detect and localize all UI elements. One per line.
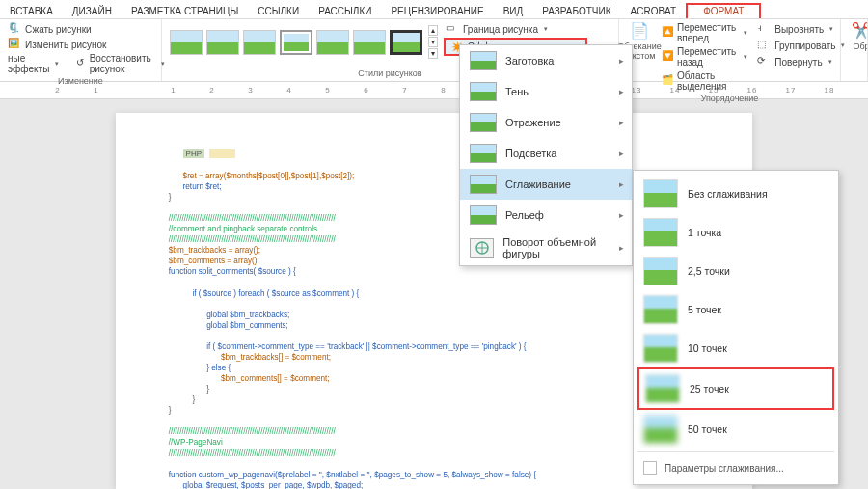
align-label: Выровнять — [774, 24, 824, 35]
crop-label: Обр — [853, 41, 868, 51]
chevron-right-icon: ▸ — [619, 179, 624, 189]
soft-5[interactable]: 5 точек — [637, 290, 834, 329]
soft-1[interactable]: 1 точка — [637, 213, 834, 252]
menu-bevel[interactable]: Рельеф▸ — [460, 200, 632, 231]
tab-view[interactable]: ВИД — [494, 3, 533, 18]
soft-label: Без сглаживания — [688, 188, 768, 200]
rotate-button[interactable]: ⟳Повернуть▾ — [755, 54, 847, 69]
restore-button[interactable]: ↺Восстановить рисунок▾ — [74, 52, 167, 75]
options-icon — [643, 461, 657, 475]
chevron-down-icon: ▾ — [828, 58, 832, 66]
bring-forward-button[interactable]: 🔼Переместить вперед▾ — [660, 21, 749, 44]
compress-button[interactable]: 🗜️Сжать рисунки — [6, 21, 155, 37]
soft-none[interactable]: Без сглаживания — [637, 175, 834, 213]
send-backward-button[interactable]: 🔽Переместить назад▾ — [660, 45, 749, 68]
align-icon: ⫞ — [757, 22, 771, 36]
soft-label: 25 точек — [690, 383, 729, 394]
gallery-up-icon[interactable]: ▴ — [428, 25, 438, 36]
tab-insert[interactable]: ВСТАВКА — [0, 3, 63, 18]
rotate-label: Повернуть — [774, 57, 822, 68]
chevron-down-icon: ▾ — [55, 60, 59, 68]
soft-icon — [470, 175, 497, 194]
menu-glow[interactable]: Подсветка▸ — [460, 138, 632, 169]
selection-label: Область выделения — [677, 70, 747, 92]
selection-pane-button[interactable]: 🗂️Область выделения — [660, 69, 749, 93]
picture-style-gallery[interactable]: ▴ ▾ ▾ — [168, 21, 440, 63]
menu-label: Сглаживание — [505, 178, 571, 190]
soft-thumb-icon — [643, 415, 678, 444]
group-label: Группировать — [774, 41, 835, 51]
tab-mailings[interactable]: РАССЫЛКИ — [309, 3, 381, 18]
chevron-right-icon: ▸ — [619, 243, 624, 253]
effects-split-button[interactable]: ные эффекты▾ — [6, 52, 61, 75]
style-thumb[interactable] — [353, 30, 386, 55]
soft-label: 10 точек — [688, 342, 727, 354]
glow-icon — [470, 144, 497, 163]
backward-label: Переместить назад — [677, 46, 738, 68]
tab-design[interactable]: ДИЗАЙН — [63, 3, 122, 18]
rotate-icon: ⟳ — [757, 55, 771, 68]
tab-layout[interactable]: РАЗМЕТКА СТРАНИЦЫ — [122, 3, 248, 18]
soft-thumb-icon — [643, 334, 678, 363]
change-icon: 🖼️ — [8, 38, 21, 51]
style-thumb[interactable] — [390, 30, 422, 55]
border-label: Граница рисунка — [463, 24, 538, 35]
soft-10[interactable]: 10 точек — [637, 329, 834, 367]
effects-split-label: ные эффекты — [8, 53, 49, 74]
menu-preset[interactable]: Заготовка▸ — [460, 45, 632, 76]
forward-icon: 🔼 — [662, 26, 673, 40]
wrap-icon: 📄 — [630, 21, 649, 41]
gallery-more-icon[interactable]: ▾ — [428, 48, 438, 59]
style-thumb[interactable] — [170, 30, 203, 55]
soft-options[interactable]: Параметры сглаживания... — [637, 455, 834, 480]
ribbon: 🗜️Сжать рисунки 🖼️Изменить рисунок ные э… — [0, 19, 868, 82]
change-label: Изменить рисунок — [25, 40, 107, 50]
tab-developer[interactable]: РАЗРАБОТЧИК — [532, 3, 620, 18]
menu-label: Подсветка — [505, 148, 556, 159]
preset-icon — [470, 51, 497, 70]
soft-options-label: Параметры сглаживания... — [665, 463, 784, 474]
group-button[interactable]: ⬚Группировать▾ — [755, 38, 847, 53]
soft-50[interactable]: 50 точек — [637, 410, 834, 448]
gallery-down-icon[interactable]: ▾ — [428, 37, 438, 47]
tab-refs[interactable]: ССЫЛКИ — [248, 3, 309, 18]
compress-label: Сжать рисунки — [25, 24, 92, 35]
group-icon: ⬚ — [757, 39, 771, 52]
chevron-right-icon: ▸ — [619, 149, 624, 158]
menu-3d-rotation[interactable]: Поворот объемной фигуры▸ — [460, 231, 632, 265]
chevron-down-icon: ▾ — [544, 25, 548, 33]
soft-label: 50 точек — [688, 423, 727, 435]
style-thumb[interactable] — [280, 30, 312, 55]
chevron-down-icon: ▾ — [744, 53, 747, 61]
soft-2-5[interactable]: 2,5 точки — [637, 252, 834, 290]
backward-icon: 🔽 — [662, 50, 673, 64]
divider — [637, 451, 834, 452]
change-picture-button[interactable]: 🖼️Изменить рисунок — [6, 37, 155, 52]
menu-label: Поворот объемной фигуры — [502, 236, 622, 259]
style-thumb[interactable] — [243, 30, 276, 55]
border-icon: ▭ — [446, 22, 459, 36]
reflection-icon — [470, 113, 497, 132]
soft-label: 1 точка — [688, 227, 721, 238]
menu-soft-edges[interactable]: Сглаживание▸ — [460, 169, 632, 200]
menu-label: Тень — [505, 86, 529, 97]
menu-label: Рельеф — [505, 209, 544, 221]
picture-effects-menu: Заготовка▸ Тень▸ Отражение▸ Подсветка▸ С… — [459, 44, 633, 266]
crop-button[interactable]: ✂️ Обр — [847, 21, 868, 51]
tab-review[interactable]: РЕЦЕНЗИРОВАНИЕ — [381, 3, 493, 18]
soft-thumb-icon — [643, 179, 678, 208]
picture-border-button[interactable]: ▭Граница рисунка▾ — [444, 21, 587, 37]
soft-25[interactable]: 25 точек — [637, 367, 834, 410]
restore-label: Восстановить рисунок — [90, 53, 156, 74]
restore-icon: ↺ — [76, 57, 85, 70]
menu-reflection[interactable]: Отражение▸ — [460, 107, 632, 138]
menu-label: Заготовка — [505, 55, 554, 67]
soft-thumb-icon — [643, 218, 678, 247]
menu-shadow[interactable]: Тень▸ — [460, 76, 632, 107]
group-label-arrange: Упорядочение — [625, 93, 834, 104]
tab-format[interactable]: ФОРМАТ — [686, 3, 761, 18]
style-thumb[interactable] — [206, 30, 239, 55]
style-thumb[interactable] — [316, 30, 349, 55]
tab-acrobat[interactable]: ACROBAT — [621, 3, 687, 18]
align-button[interactable]: ⫞Выровнять▾ — [755, 21, 847, 37]
